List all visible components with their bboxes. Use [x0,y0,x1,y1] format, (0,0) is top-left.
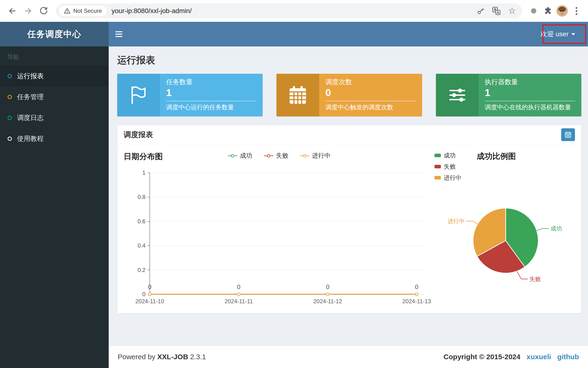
security-chip[interactable]: Not Secure [58,5,107,17]
panel-body: 日期分布图 成功 失败 [117,144,581,313]
copyright: Copyright © 2015-2024 xuxueli github [444,353,579,361]
stat-title: 调度次数 [325,78,416,87]
panel-heading: 调度报表 [117,125,581,144]
reload-icon[interactable] [37,4,50,18]
back-icon[interactable] [6,4,19,18]
panel-title: 调度报表 [124,130,153,140]
circle-icon [8,116,12,120]
legend-swatch [435,165,441,168]
line-legend-icon [228,154,237,158]
legend-item-success[interactable]: 成功 [228,152,252,160]
calendar-icon [276,74,319,116]
pie-legend-running[interactable]: 进行中 [435,174,462,182]
url-text[interactable]: your-ip:8080/xxl-job-admin/ [112,7,471,15]
footer-version: 2.3.1 [190,353,206,361]
svg-text:2024-11-13: 2024-11-13 [402,298,431,304]
stat-card-triggers: 调度次数 0 调度中心触发的调度次数 [276,74,422,116]
calendar-icon [565,131,572,138]
content-area: 运行报表 任务数量 1 调度中心运行的任务数量 [109,46,588,368]
line-chart-section: 日期分布图 成功 失败 [124,150,435,307]
success-ratio-pie: 成功 失败 进行中 [436,187,576,288]
stat-card-jobs: 任务数量 1 调度中心运行的任务数量 [117,74,263,116]
svg-text:2024-11-11: 2024-11-11 [225,298,253,304]
pie-label-line-success [537,229,549,230]
legend-swatch [435,176,441,179]
translate-icon[interactable] [491,5,502,17]
line-chart-title: 日期分布图 [124,151,163,162]
pie-label-success: 成功 [550,225,562,232]
extensions-puzzle-icon[interactable] [542,5,554,17]
pie-legend-success[interactable]: 成功 [435,152,462,159]
svg-text:0: 0 [148,283,152,290]
divider [325,101,416,101]
svg-text:2024-11-12: 2024-11-12 [313,298,342,304]
stat-cards-row: 任务数量 1 调度中心运行的任务数量 [117,74,581,116]
stat-title: 执行器数量 [485,78,575,87]
stat-desc: 调度中心在线的执行器机器数量 [485,103,575,111]
stat-value: 0 [325,87,416,98]
chevron-down-icon [571,33,575,35]
pie-label-line-running [466,221,478,224]
profile-avatar[interactable] [556,5,568,17]
svg-text:0: 0 [237,283,240,290]
sidebar-item-label: 任务管理 [17,92,44,101]
sidebar-item-run-report[interactable]: 运行报表 [0,66,109,87]
star-icon[interactable]: ☆ [506,5,518,17]
footer: Powered by XXL-JOB 2.3.1 Copyright © 201… [109,345,588,368]
circle-icon [8,74,12,78]
pie-label-line-fail [517,271,528,279]
sidebar-item-help[interactable]: 使用教程 [0,128,109,149]
date-distribution-chart: 0 0.2 0.4 0.6 0.8 1 [124,163,432,306]
link-xuxueli[interactable]: xuxueli [527,353,551,361]
svg-text:0: 0 [415,283,418,290]
y-tick-labels: 0 0.2 0.4 0.6 0.8 1 [138,170,145,297]
sidebar: 导航 运行报表 任务管理 调度日志 使用教程 [0,46,109,368]
security-label: Not Secure [73,8,102,14]
legend-item-running[interactable]: 进行中 [300,152,331,160]
legend-item-fail[interactable]: 失败 [264,152,288,160]
svg-text:0.2: 0.2 [138,267,145,273]
user-menu[interactable]: 欢迎 user [541,30,588,39]
sidebar-item-label: 使用教程 [17,134,44,143]
legend-swatch [435,154,441,157]
date-range-button[interactable] [561,128,575,141]
svg-text:1: 1 [142,170,145,176]
pie-legend-fail[interactable]: 失败 [435,163,462,170]
report-panel: 调度报表 日期分布图 [117,125,581,313]
pie-label-fail: 失败 [529,276,541,282]
sliders-icon [436,74,479,116]
sidebar-item-job-log[interactable]: 调度日志 [0,107,109,128]
browser-toolbar: Not Secure your-ip:8080/xxl-job-admin/ ☆ [0,0,588,22]
key-icon[interactable] [475,5,486,17]
line-legend-icon [264,154,274,158]
sidebar-item-label: 运行报表 [17,72,44,81]
forward-icon[interactable] [21,4,35,18]
stat-value: 1 [166,87,256,98]
page-title: 运行报表 [117,54,581,67]
warning-icon [64,8,70,14]
pie-chart-section: 成功 失败 进行中 成功 [435,150,577,307]
pie-chart-title: 成功比例图 [477,151,516,162]
x-tick-labels: 2024-11-10 2024-11-11 2024-11-12 2024-11… [135,298,431,304]
sidebar-item-job-manage[interactable]: 任务管理 [0,87,109,107]
footer-brand: XXL-JOB [157,353,188,361]
divider [485,101,575,101]
extension-dot-icon[interactable] [528,5,540,17]
brand-logo[interactable]: 任务调度中心 [0,22,109,46]
svg-text:0.6: 0.6 [138,218,145,225]
menu-dots-icon[interactable] [570,5,582,17]
sidebar-section-label: 导航 [0,46,109,66]
stat-desc: 调度中心触发的调度次数 [325,103,416,111]
sidebar-toggle-icon[interactable] [115,31,123,37]
svg-text:0: 0 [142,291,145,297]
line-legend-icon [300,154,310,158]
link-github[interactable]: github [557,353,579,361]
line-chart-legend: 成功 失败 进行中 [228,152,331,160]
sidebar-item-label: 调度日志 [17,113,44,122]
data-point-labels: 0 0 0 0 [148,283,418,290]
address-bar[interactable]: Not Secure your-ip:8080/xxl-job-admin/ ☆ [56,4,522,18]
stat-card-executors: 执行器数量 1 调度中心在线的执行器机器数量 [436,74,581,116]
svg-text:0.4: 0.4 [138,242,145,249]
flag-icon [117,74,160,116]
svg-text:0: 0 [326,283,329,290]
